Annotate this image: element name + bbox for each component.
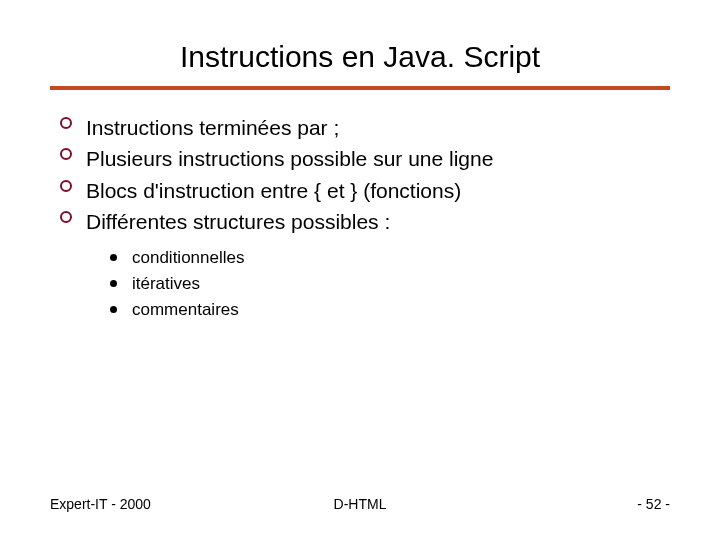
bullet-text: commentaires [132,300,239,319]
slide-title: Instructions en Java. Script [50,40,670,74]
footer-center: D-HTML [334,496,387,512]
bullet-text: Différentes structures possibles : [86,210,390,233]
circle-bullet-icon [60,180,72,192]
list-item: Différentes structures possibles : [60,208,670,236]
circle-bullet-icon [60,211,72,223]
slide: Instructions en Java. Script Instruction… [0,0,720,540]
bullet-text: Blocs d'instruction entre { et } (foncti… [86,179,461,202]
bullet-list-level-2: conditionnelles itératives commentaires [50,246,670,322]
slide-footer: Expert-IT - 2000 D-HTML - 52 - [50,496,670,512]
title-underline [50,86,670,90]
bullet-text: conditionnelles [132,248,244,267]
bullet-text: Plusieurs instructions possible sur une … [86,147,493,170]
list-item: Instructions terminées par ; [60,114,670,142]
bullet-text: Instructions terminées par ; [86,116,339,139]
dot-bullet-icon [110,306,117,313]
list-item: Plusieurs instructions possible sur une … [60,145,670,173]
bullet-list-level-1: Instructions terminées par ; Plusieurs i… [50,114,670,236]
bullet-text: itératives [132,274,200,293]
list-item: conditionnelles [110,246,670,271]
footer-left: Expert-IT - 2000 [50,496,151,512]
dot-bullet-icon [110,280,117,287]
list-item: commentaires [110,298,670,323]
dot-bullet-icon [110,254,117,261]
list-item: itératives [110,272,670,297]
circle-bullet-icon [60,148,72,160]
circle-bullet-icon [60,117,72,129]
list-item: Blocs d'instruction entre { et } (foncti… [60,177,670,205]
footer-right: - 52 - [637,496,670,512]
